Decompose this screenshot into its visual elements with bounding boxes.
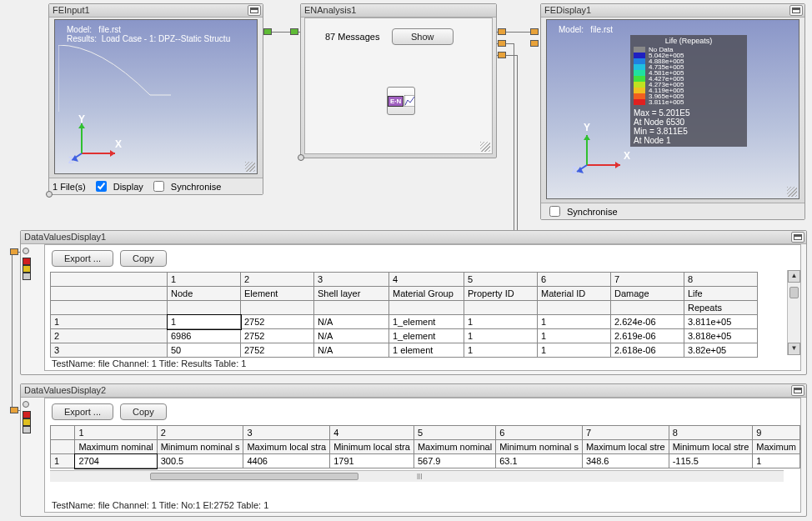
synchronise-checkbox[interactable] <box>549 206 560 217</box>
channel-block[interactable] <box>23 418 31 426</box>
svg-marker-1 <box>110 150 115 157</box>
input-port[interactable] <box>10 407 18 413</box>
table-row[interactable]: 3 502752N/A1 element 112.618e-063.82e+05 <box>51 343 758 358</box>
wireframe-geometry <box>58 45 175 120</box>
legend-values: No Data 5.042e+005 4.888e+005 4.735e+005… <box>649 47 684 105</box>
copy-button[interactable]: Copy <box>120 250 167 267</box>
results-value: Load Case - 1: DPZ--Static Structu <box>102 34 231 43</box>
z-axis-label: Z <box>572 166 577 175</box>
model-value: file.rst <box>98 25 121 34</box>
channel-block[interactable] <box>23 273 31 280</box>
model-label: Model: <box>559 25 584 34</box>
fedisplay-panel: FEDisplay1 Model: file.rst Life (Repeats… <box>540 3 805 220</box>
table-row[interactable]: 2 69862752N/A1_element 112.619e-063.818e… <box>51 329 758 343</box>
fedisplay-viewport[interactable]: Model: file.rst Life (Repeats) <box>546 19 799 199</box>
export-button[interactable]: Export ... <box>52 403 113 420</box>
z-axis-label: Z <box>68 156 73 165</box>
resize-grip-icon[interactable] <box>787 187 797 197</box>
input-port[interactable] <box>530 40 539 47</box>
show-button[interactable]: Show <box>392 28 454 45</box>
table-header-row: Repeats <box>51 301 758 315</box>
table-header-row: Maximum nominalMinimum nominal sMaximum … <box>51 440 800 454</box>
channel-block[interactable] <box>23 265 31 273</box>
side-port[interactable] <box>46 191 53 198</box>
min-value: Min = 3.811E5 <box>634 127 744 136</box>
output-port[interactable] <box>498 52 506 58</box>
table-header-row: 12 34 56 78 9 <box>51 426 800 440</box>
messages-count: 87 Messages <box>325 32 379 42</box>
input-port[interactable] <box>530 28 539 35</box>
feinput-viewport[interactable]: Model: file.rst Results: Load Case - 1: … <box>54 19 258 174</box>
channel-block[interactable] <box>23 411 31 418</box>
scroll-thumb[interactable] <box>150 473 358 480</box>
synchronise-checkbox[interactable] <box>153 181 164 192</box>
table-header-row: NodeElementShell layerMaterial Group Pro… <box>51 287 758 301</box>
table-row[interactable]: 1 12752N/A1_element 112.624e-063.811e+05 <box>51 315 758 329</box>
feinput-footer: 1 File(s) Display Synchronise <box>49 178 263 194</box>
scroll-thumb[interactable] <box>789 287 799 298</box>
resize-grip-icon[interactable] <box>245 162 255 172</box>
maximize-icon[interactable] <box>791 232 804 243</box>
max-node: At Node 6530 <box>634 118 744 127</box>
output-port[interactable] <box>498 28 506 35</box>
maximize-icon[interactable] <box>248 5 261 16</box>
output-port[interactable] <box>263 28 272 35</box>
synchronise-label: Synchronise <box>567 207 618 217</box>
fedisplay-title: FEDisplay1 <box>541 4 804 18</box>
svg-marker-8 <box>615 162 620 168</box>
dvd1-table[interactable]: 12 34 56 78 NodeElementShell layerMateri… <box>50 272 758 358</box>
copy-button[interactable]: Copy <box>120 403 167 420</box>
dvd1-status: TestName: file Channel: 1 Title: Results… <box>52 358 246 368</box>
bottom-port[interactable] <box>298 154 304 161</box>
input-port[interactable] <box>10 248 18 255</box>
scroll-up-icon[interactable]: ▲ <box>788 270 800 283</box>
dvd2-table[interactable]: 12 34 56 78 9 Maximum nominalMinimum nom… <box>50 425 800 468</box>
resize-grip-icon[interactable] <box>480 142 490 152</box>
export-button[interactable]: Export ... <box>52 250 113 267</box>
enanalysis-title: ENAnalysis1 <box>301 4 496 18</box>
maximize-icon[interactable] <box>789 5 803 16</box>
max-value: Max = 5.201E5 <box>634 108 744 118</box>
feinput-panel: FEInput1 Model: file.rst Results: Load C… <box>48 3 263 195</box>
legend-title: Life (Repeats) <box>634 37 744 45</box>
en-analysis-icon[interactable]: E·N <box>387 87 415 115</box>
svg-marker-10 <box>584 135 590 140</box>
min-node: At Node 1 <box>634 136 744 145</box>
display-label: Display <box>113 182 143 192</box>
table-row[interactable]: 1 2704300.544061791 567.963.1348.6-115.5… <box>51 454 800 468</box>
model-value: file.rst <box>590 25 613 34</box>
scroll-down-icon[interactable]: ▼ <box>788 343 800 355</box>
color-legend: Life (Repeats) No Data 5.042e+005 <box>630 35 747 147</box>
legend-gradient-icon <box>634 47 645 105</box>
files-count: 1 File(s) <box>53 182 86 192</box>
channel-block[interactable] <box>23 258 31 265</box>
input-port[interactable] <box>290 28 298 35</box>
y-axis-label: Y <box>78 113 85 125</box>
vertical-scrollbar[interactable]: ▲ ▼ <box>787 270 800 355</box>
output-port[interactable] <box>498 40 506 47</box>
results-label: Results: <box>67 34 97 43</box>
svg-rect-6 <box>404 95 414 107</box>
dvd1-panel: DataValuesDisplay1 Export ... Copy 12 34… <box>20 230 807 375</box>
enanalysis-panel: ENAnalysis1 87 Messages Show E·N <box>300 3 497 158</box>
side-port[interactable] <box>23 248 29 254</box>
dvd2-title: DataValuesDisplay2 <box>21 384 806 398</box>
dvd2-status: TestName: file Channel: 1 Title: No:1 El… <box>52 500 268 510</box>
y-axis-label: Y <box>584 122 590 133</box>
fedisplay-footer: Synchronise <box>541 203 804 219</box>
synchronise-label: Synchronise <box>171 182 222 192</box>
dvd1-title: DataValuesDisplay1 <box>21 231 806 244</box>
x-axis-label: X <box>624 150 630 162</box>
display-checkbox[interactable] <box>96 181 107 192</box>
dvd2-panel: DataValuesDisplay2 Export ... Copy 12 34… <box>20 383 807 517</box>
x-axis-label: X <box>115 138 122 150</box>
feinput-title: FEInput1 <box>49 4 263 18</box>
table-header-row: 12 34 56 78 <box>51 273 758 287</box>
channel-block[interactable] <box>23 426 31 433</box>
model-label: Model: <box>67 25 92 34</box>
horizontal-scrollbar[interactable]: ||| <box>50 470 784 482</box>
side-port[interactable] <box>23 401 29 408</box>
maximize-icon[interactable] <box>791 385 804 396</box>
axis-triad-icon <box>572 130 630 180</box>
